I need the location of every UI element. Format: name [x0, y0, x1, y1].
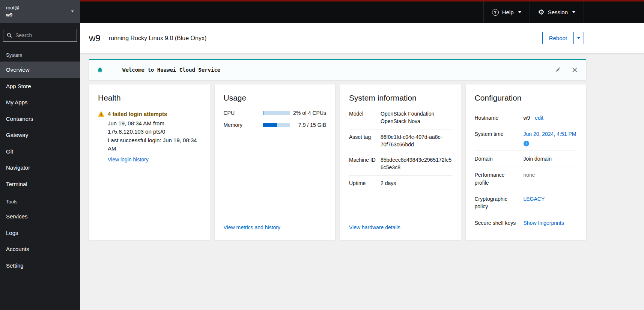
system-time-link[interactable]: Jun 20, 2024, 4:51 PM — [524, 131, 576, 137]
crypto-policy-cell: LEGACY — [524, 195, 578, 211]
model-row: Model OpenStack Foundation OpenStack Nov… — [349, 110, 452, 129]
page-title-hostname: w9 — [89, 33, 101, 44]
search-icon — [7, 33, 12, 38]
reboot-dropdown-toggle[interactable] — [574, 32, 584, 44]
memory-progress-fill — [263, 123, 277, 127]
system-information-title: System information — [349, 93, 452, 102]
reboot-split-button: Reboot — [542, 32, 584, 44]
asset-tag-label: Asset tag — [349, 133, 376, 149]
cpu-usage-value: 2% of 4 CPUs — [290, 110, 327, 116]
page-body: w9 running Rocky Linux 9.0 (Blue Onyx) R… — [80, 23, 644, 310]
failed-login-title: 4 failed login attempts — [108, 110, 201, 119]
overview-cards: Health 4 failed login attempts Jun 19, 0… — [89, 84, 586, 240]
masthead: ? Help ⚙ Session — [80, 0, 644, 23]
session-menu-button[interactable]: ⚙ Session — [530, 2, 584, 23]
sidebar-item-my-apps[interactable]: My Apps — [0, 94, 80, 111]
edit-hostname-link[interactable]: edit — [535, 115, 543, 121]
sidebar-item-navigator[interactable]: Navigator — [0, 160, 80, 176]
sidebar-item-app-store[interactable]: App Store — [0, 78, 80, 95]
sidebar-search — [3, 29, 77, 42]
sidebar: root@ w9 System Overview App Store My Ap… — [0, 0, 80, 310]
crypto-policy-row: Cryptographic policy LEGACY — [475, 191, 578, 215]
app-root: root@ w9 System Overview App Store My Ap… — [0, 0, 644, 310]
warning-triangle-icon — [98, 111, 104, 117]
sidebar-item-terminal[interactable]: Terminal — [0, 176, 80, 193]
search-input[interactable] — [3, 29, 77, 42]
host-switcher[interactable]: root@ w9 — [0, 0, 80, 23]
sidebar-item-logs[interactable]: Logs — [0, 225, 80, 241]
nav-section-system: System — [0, 45, 80, 62]
machine-id-row: Machine ID 85bdeec8d49843e2965172fc56c5e… — [349, 152, 452, 176]
ssh-keys-label: Secure shell keys — [475, 219, 520, 227]
memory-usage-value: 7.9 / 15 GiB — [290, 122, 327, 128]
nav-list-tools: Services Logs Accounts Setting — [0, 208, 80, 274]
pencil-icon — [555, 67, 561, 73]
os-description: running Rocky Linux 9.0 (Blue Onyx) — [109, 35, 207, 42]
nav-list-system: Overview App Store My Apps Containers Ga… — [0, 62, 80, 192]
last-successful-login-line: Last successful login: Jun 19, 08:34 AM — [108, 136, 201, 153]
current-host-link[interactable]: w9 — [6, 12, 20, 19]
cpu-progress-fill — [263, 111, 264, 115]
uptime-label: Uptime — [349, 179, 376, 187]
sidebar-item-setting[interactable]: Setting — [0, 257, 80, 274]
sidebar-item-gateway[interactable]: Gateway — [0, 127, 80, 143]
host-switcher-text: root@ w9 — [6, 5, 20, 19]
info-icon[interactable]: i — [524, 141, 529, 146]
ssh-keys-cell: Show fingerprints — [524, 219, 578, 227]
bell-icon — [97, 67, 103, 73]
failed-login-alert: 4 failed login attempts Jun 19, 08:34 AM… — [98, 110, 201, 164]
usage-card: Usage CPU 2% of 4 CPUs Memory — [215, 84, 336, 240]
system-time-row: System time Jun 20, 2024, 4:51 PM i — [475, 126, 578, 151]
motd-message: Welcome to Huawei Cloud Service — [122, 67, 220, 73]
memory-label: Memory — [224, 122, 263, 128]
reboot-button[interactable]: Reboot — [542, 32, 574, 44]
sidebar-item-git[interactable]: Git — [0, 143, 80, 160]
help-menu-button[interactable]: ? Help — [483, 2, 530, 23]
crypto-policy-label: Cryptographic policy — [475, 195, 520, 211]
view-metrics-link[interactable]: View metrics and history — [224, 224, 280, 230]
sidebar-item-containers[interactable]: Containers — [0, 111, 80, 127]
asset-tag-value: 86f0e1fd-c04c-407d-aa8c-70f763c66bdd — [381, 133, 452, 149]
memory-progress-bar — [263, 123, 290, 127]
chevron-down-icon — [518, 11, 521, 13]
performance-profile-row: Performance profile none — [475, 167, 578, 191]
crypto-policy-link[interactable]: LEGACY — [524, 196, 545, 202]
session-menu-label: Session — [548, 9, 568, 15]
system-time-cell: Jun 20, 2024, 4:51 PM i — [524, 130, 578, 146]
cpu-progress-bar — [263, 111, 290, 115]
hostname-label: Hostname — [475, 114, 520, 122]
health-card: Health 4 failed login attempts Jun 19, 0… — [89, 84, 210, 240]
hostname-value-cell: w9 edit — [524, 114, 578, 122]
machine-id-label: Machine ID — [349, 156, 376, 172]
chevron-down-icon — [71, 11, 74, 12]
show-fingerprints-link[interactable]: Show fingerprints — [524, 220, 564, 226]
hostname-value: w9 — [524, 115, 530, 121]
help-icon: ? — [492, 9, 499, 16]
sidebar-item-services[interactable]: Services — [0, 208, 80, 225]
hostname-row: Hostname w9 edit — [475, 110, 578, 126]
sidebar-nav: System Overview App Store My Apps Contai… — [0, 45, 80, 274]
close-banner-button[interactable]: × — [571, 66, 578, 74]
join-domain-action[interactable]: Join domain — [524, 155, 578, 163]
uptime-row: Uptime 2 days — [349, 176, 452, 191]
gear-icon: ⚙ — [538, 9, 545, 16]
ssh-keys-row: Secure shell keys Show fingerprints — [475, 215, 578, 231]
performance-profile-value[interactable]: none — [524, 171, 578, 187]
main-column: ? Help ⚙ Session w9 running Rocky Linux … — [80, 0, 644, 310]
domain-row: Domain Join domain — [475, 151, 578, 167]
machine-id-value: 85bdeec8d49843e2965172fc56c5e3c8 — [381, 156, 452, 172]
configuration-card: Configuration Hostname w9 edit — [466, 84, 587, 240]
cpu-label: CPU — [224, 110, 263, 116]
overview-content: Welcome to Huawei Cloud Service × — [80, 53, 644, 249]
chevron-down-icon — [577, 37, 580, 39]
system-information-card: System information Model OpenStack Found… — [340, 84, 461, 240]
view-hardware-details-link[interactable]: View hardware details — [349, 224, 400, 230]
domain-label: Domain — [475, 155, 520, 163]
system-time-label: System time — [475, 130, 520, 146]
usage-card-title: Usage — [224, 93, 327, 102]
sidebar-item-overview[interactable]: Overview — [0, 62, 80, 78]
help-menu-label: Help — [502, 9, 514, 15]
edit-motd-button[interactable] — [555, 67, 561, 73]
sidebar-item-accounts[interactable]: Accounts — [0, 241, 80, 257]
view-login-history-link[interactable]: View login history — [108, 156, 149, 164]
